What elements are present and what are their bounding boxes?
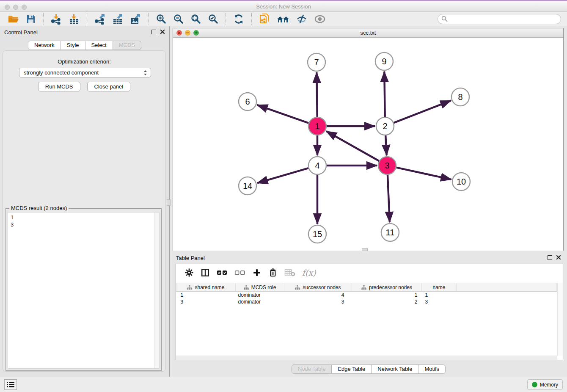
column-label: MCDS role	[251, 284, 276, 290]
cell-shared-name[interactable]: 1	[176, 292, 236, 298]
save-icon	[26, 14, 36, 24]
export-table-button[interactable]	[111, 13, 124, 25]
table-settings-button[interactable]	[184, 268, 194, 277]
table-row[interactable]: 3dominator323	[176, 298, 557, 305]
table-vertical-scrollbar[interactable]	[557, 283, 563, 356]
mcds-tab-content: Optimization criterion: strongly connect…	[3, 50, 166, 372]
close-panel-button[interactable]: Close panel	[87, 82, 131, 91]
select-all-icon	[217, 269, 228, 276]
delete-table-button[interactable]	[284, 268, 295, 277]
control-panel-tabs: Network Style Select MCDS	[0, 41, 169, 50]
zoom-in-button[interactable]	[155, 13, 167, 25]
zoom-selected-button[interactable]	[207, 13, 219, 25]
save-session-button[interactable]	[25, 13, 37, 25]
column-header-MCDS-role[interactable]: MCDS role	[236, 283, 284, 292]
table-toolbar: f(x)	[176, 264, 563, 281]
mcds-result-text[interactable]: 1 3	[8, 212, 160, 369]
home-button[interactable]	[276, 13, 290, 25]
deselect-all-button[interactable]	[234, 269, 245, 276]
show-details-button[interactable]	[313, 13, 327, 25]
apply-layout-button[interactable]	[232, 13, 245, 25]
tab-mcds[interactable]: MCDS	[113, 41, 141, 50]
toolbar-separator	[226, 13, 226, 25]
tab-edge-table[interactable]: Edge Table	[332, 364, 372, 374]
cell-name[interactable]: 3	[422, 298, 457, 305]
graph-edge-2-3[interactable]	[385, 135, 387, 155]
table-header-row[interactable]: shared nameMCDS rolesuccessor nodesprede…	[176, 283, 557, 292]
hide-details-button[interactable]	[295, 13, 308, 25]
control-panel-header: Control Panel	[0, 26, 169, 38]
memory-button[interactable]: Memory	[527, 379, 563, 390]
graph-edge-1-7[interactable]	[317, 72, 317, 117]
tab-select[interactable]: Select	[85, 41, 113, 50]
graph-node-label-7: 7	[314, 58, 319, 67]
graph-edge-3-10[interactable]	[396, 168, 451, 179]
column-header-filler	[457, 283, 557, 292]
column-header-name[interactable]: name	[422, 283, 457, 292]
close-table-panel-icon[interactable]	[556, 255, 561, 260]
open-folder-icon	[8, 14, 19, 24]
cell-name[interactable]: 1	[422, 292, 457, 298]
memory-label: Memory	[540, 382, 558, 388]
graph-edge-2-9[interactable]	[384, 72, 385, 117]
tab-node-table[interactable]: Node Table	[292, 364, 332, 374]
close-panel-icon[interactable]	[160, 29, 165, 34]
function-builder-button[interactable]: f(x)	[302, 268, 316, 277]
cell-successor-nodes[interactable]: 3	[284, 298, 352, 305]
vertical-splitter-handle[interactable]	[167, 199, 171, 206]
tab-style[interactable]: Style	[61, 41, 85, 50]
right-area: scc.txt 7968124314101511 Table Panel	[170, 26, 567, 377]
export-network-button[interactable]	[94, 13, 106, 25]
cell-successor-nodes[interactable]: 4	[284, 292, 352, 298]
import-table-button[interactable]	[68, 13, 80, 25]
column-header-successor-nodes[interactable]: successor nodes	[284, 283, 352, 292]
import-network-button[interactable]	[50, 13, 63, 25]
network-window-titlebar[interactable]: scc.txt	[173, 28, 563, 38]
import-network-icon	[51, 14, 62, 25]
column-header-predecessor-nodes[interactable]: predecessor nodes	[352, 283, 422, 292]
table-row[interactable]: 1dominator411	[176, 292, 557, 298]
table-panel-title: Table Panel	[176, 255, 205, 261]
zoom-out-button[interactable]	[172, 13, 184, 25]
horizontal-splitter-handle[interactable]	[362, 248, 368, 251]
cell-predecessor-nodes[interactable]: 2	[352, 298, 422, 305]
search-input[interactable]	[450, 16, 557, 22]
run-mcds-button[interactable]: Run MCDS	[38, 82, 80, 91]
cell-MCDS-role[interactable]: dominator	[236, 298, 284, 305]
tab-network[interactable]: Network	[28, 41, 61, 50]
tab-motifs[interactable]: Motifs	[418, 364, 446, 374]
cell-predecessor-nodes[interactable]: 1	[352, 292, 422, 298]
show-column-button[interactable]	[201, 268, 210, 277]
toolbar-separator	[87, 13, 87, 25]
cell-MCDS-role[interactable]: dominator	[236, 292, 284, 298]
graph-node-label-15: 15	[313, 229, 322, 239]
hierarchy-icon	[244, 285, 249, 290]
tab-network-table[interactable]: Network Table	[372, 364, 418, 374]
float-panel-icon[interactable]	[151, 30, 156, 34]
delete-column-button[interactable]	[268, 268, 278, 277]
column-header-shared-name[interactable]: shared name	[176, 283, 236, 292]
result-scrollbar[interactable]	[154, 213, 159, 368]
zoom-fit-button[interactable]	[190, 13, 202, 25]
cell-shared-name[interactable]: 3	[176, 298, 236, 305]
network-graph[interactable]: 7968124314101511	[173, 38, 563, 251]
float-table-panel-icon[interactable]	[548, 255, 552, 260]
table-horizontal-scrollbar[interactable]	[176, 356, 557, 360]
network-from-file-button[interactable]	[258, 13, 271, 25]
open-session-button[interactable]	[7, 13, 20, 25]
search-box[interactable]	[438, 14, 561, 24]
criterion-dropdown[interactable]: strongly connected component	[19, 68, 151, 77]
export-image-button[interactable]	[129, 13, 142, 25]
graph-edge-3-11[interactable]	[388, 175, 390, 222]
network-canvas[interactable]: 7968124314101511	[173, 38, 563, 251]
eye-slash-icon	[296, 14, 307, 25]
graph-edge-2-8[interactable]	[394, 101, 451, 123]
graph-edge-4-14[interactable]	[257, 168, 308, 183]
create-column-button[interactable]	[252, 268, 261, 277]
show-log-button[interactable]	[4, 379, 17, 390]
graph-edge-3-1[interactable]	[326, 131, 379, 161]
select-all-button[interactable]	[217, 269, 228, 276]
graph-edge-1-6[interactable]	[257, 105, 309, 123]
column-label: predecessor nodes	[369, 284, 412, 290]
status-bar: Memory	[0, 377, 567, 392]
